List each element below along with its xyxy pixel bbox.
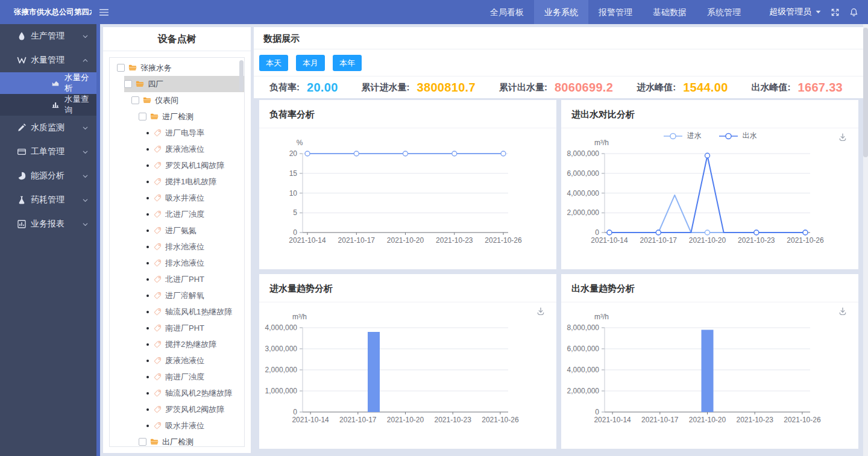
bullet-icon <box>146 376 149 378</box>
time-range-button[interactable]: 本天 <box>259 55 288 71</box>
svg-text:2021-10-20: 2021-10-20 <box>387 236 424 245</box>
legend-item[interactable]: 进水 <box>663 131 702 141</box>
download-icon[interactable] <box>838 133 848 142</box>
svg-text:2,000,000: 2,000,000 <box>567 387 600 395</box>
tree-node[interactable]: 排水池液位 <box>146 239 244 255</box>
time-range-button[interactable]: 本月 <box>296 55 325 71</box>
stat-item: 负荷率:20.00 <box>269 81 338 95</box>
chart-title: 进出水对比分析 <box>561 100 858 128</box>
tag-icon <box>154 161 162 169</box>
tree-node[interactable]: 排水池液位 <box>146 255 244 271</box>
svg-text:%: % <box>297 139 303 147</box>
stat-value: 1544.00 <box>683 81 728 95</box>
sidebar-item[interactable]: 能源分析 <box>0 164 96 188</box>
svg-text:8,000,000: 8,000,000 <box>567 149 600 158</box>
top-nav-item[interactable]: 全局看板 <box>480 0 534 24</box>
tree-node-label: 轴流风机1热继故障 <box>165 307 232 317</box>
chart-card-inflow-trend: 进水量趋势分析m³/h01,000,0002,000,0003,000,0004… <box>259 274 556 449</box>
chart-canvas-inflow-trend: m³/h01,000,0002,000,0003,000,0004,000,00… <box>259 302 556 449</box>
tag-icon <box>154 389 162 397</box>
tag-icon <box>154 210 162 218</box>
sidebar-item[interactable]: 药耗管理 <box>0 188 96 212</box>
tree-node[interactable]: 进厂电导率 <box>146 125 244 141</box>
sidebar-subitem-label: 水量查询 <box>64 94 96 116</box>
tree-node[interactable]: 北进厂浊度 <box>146 206 244 222</box>
tree-scrollbar-thumb[interactable] <box>239 60 244 92</box>
tree-node[interactable]: 仪表间 <box>131 92 244 108</box>
fullscreen-icon[interactable] <box>831 8 840 17</box>
tree-node[interactable]: 进厂检测 <box>139 108 244 125</box>
svg-text:2021-10-26: 2021-10-26 <box>482 416 519 424</box>
sidebar-item[interactable]: 水质监测 <box>0 116 96 140</box>
tree-node-label: 废液池液位 <box>165 144 204 155</box>
area-chart-icon <box>51 79 60 87</box>
top-nav-item[interactable]: 业务系统 <box>534 0 588 24</box>
tree-node[interactable]: 废液池液位 <box>146 141 244 157</box>
svg-text:2021-10-14: 2021-10-14 <box>594 416 631 424</box>
page-title: 数据展示 <box>254 27 863 49</box>
tree-node-label: 搅拌1电机故障 <box>165 176 216 187</box>
bell-icon[interactable] <box>849 8 858 17</box>
chart-card-in-out-compare: 进出水对比分析m³/h02,000,0004,000,0006,000,0008… <box>561 100 858 269</box>
tree-node[interactable]: 出厂检测 <box>139 434 244 447</box>
tree-scrollbar[interactable] <box>239 60 244 445</box>
sidebar-item-label: 工单管理 <box>31 146 64 157</box>
sidebar-item[interactable]: 工单管理 <box>0 140 96 164</box>
tree-node[interactable]: 南进厂PHT <box>146 320 244 336</box>
tree-node[interactable]: 四厂 <box>124 76 244 92</box>
tag-icon <box>154 259 162 267</box>
tree-node-label: 罗茨风机2阀故障 <box>165 404 224 415</box>
sidebar-item[interactable]: 生产管理 <box>0 24 96 48</box>
tag-icon <box>154 422 162 429</box>
chart-canvas-load-rate: %051015202021-10-142021-10-172021-10-202… <box>259 128 556 269</box>
tree-node[interactable]: 轴流风机2热继故障 <box>146 385 244 401</box>
svg-text:0: 0 <box>293 408 297 416</box>
tree-node[interactable]: 罗茨风机1阀故障 <box>146 157 244 173</box>
svg-text:2,000,000: 2,000,000 <box>265 366 298 374</box>
tag-icon <box>154 243 162 251</box>
tree-node[interactable]: 南进厂浊度 <box>146 369 244 385</box>
tree-node-label: 北进厂浊度 <box>165 209 204 220</box>
tree-node[interactable]: 进厂溶解氧 <box>146 287 244 304</box>
tree-node[interactable]: 吸水井液位 <box>146 190 244 206</box>
tree-checkbox[interactable] <box>117 64 125 72</box>
page-scrollbar-thumb[interactable] <box>863 28 868 157</box>
sidebar-item[interactable]: 水量管理 <box>0 48 96 72</box>
top-nav-item[interactable]: 基础数据 <box>643 0 697 24</box>
stat-label: 出水峰值: <box>752 82 791 93</box>
tree-node[interactable]: 轴流风机1热继故障 <box>146 304 244 320</box>
sidebar-subitem[interactable]: 水量查询 <box>0 94 96 116</box>
tree-checkbox[interactable] <box>124 80 132 88</box>
tree-checkbox[interactable] <box>139 438 146 446</box>
sidebar-accent-strip <box>96 24 100 456</box>
page-scrollbar[interactable] <box>863 24 868 456</box>
sidebar-item[interactable]: 业务报表 <box>0 212 96 236</box>
top-nav-item[interactable]: 系统管理 <box>697 0 751 24</box>
svg-text:6,000,000: 6,000,000 <box>567 169 600 178</box>
tree-node[interactable]: 北进厂PHT <box>146 271 244 287</box>
bar-chart-icon <box>51 101 60 109</box>
tag-icon <box>154 178 162 186</box>
svg-text:2021-10-23: 2021-10-23 <box>435 416 472 424</box>
tree-checkbox[interactable] <box>131 96 139 104</box>
svg-text:2021-10-26: 2021-10-26 <box>485 236 522 245</box>
download-icon[interactable] <box>838 307 848 316</box>
top-nav-item[interactable]: 报警管理 <box>588 0 643 24</box>
tree-node[interactable]: 搅拌1电机故障 <box>146 173 244 190</box>
tree-checkbox[interactable] <box>139 113 146 120</box>
tree-node[interactable]: 废液池液位 <box>146 352 244 369</box>
menu-collapse-icon[interactable] <box>99 8 109 16</box>
tree-node[interactable]: 吸水井液位 <box>146 417 244 434</box>
user-menu[interactable]: 超级管理员 <box>769 7 821 17</box>
tree-node-label: 进厂电导率 <box>165 128 204 139</box>
tree-node[interactable]: 张掖水务 <box>117 60 244 76</box>
svg-text:5: 5 <box>293 208 297 217</box>
time-range-button[interactable]: 本年 <box>333 55 362 71</box>
sidebar-subitem[interactable]: 水量分析 <box>0 72 96 94</box>
svg-text:2021-10-23: 2021-10-23 <box>737 416 774 424</box>
download-icon[interactable] <box>536 307 546 316</box>
legend-item[interactable]: 出水 <box>719 131 757 141</box>
tree-node[interactable]: 搅拌2热继故障 <box>146 336 244 352</box>
tree-node[interactable]: 罗茨风机2阀故障 <box>146 401 244 417</box>
tree-node[interactable]: 进厂氨氮 <box>146 222 244 239</box>
